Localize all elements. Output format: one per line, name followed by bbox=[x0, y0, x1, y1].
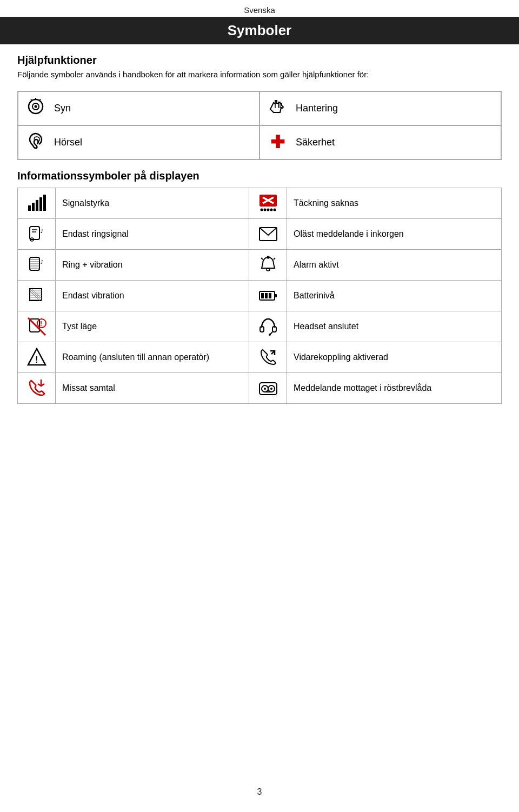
table-row: ♪ Endast ringsignal Oläst meddelande i i… bbox=[18, 218, 502, 249]
symbol-table: Signalstyrka bbox=[17, 188, 502, 404]
no-coverage-icon bbox=[256, 194, 280, 213]
svg-text:!: ! bbox=[40, 320, 42, 328]
page-language: Svenska bbox=[0, 0, 519, 17]
svg-point-18 bbox=[263, 208, 266, 211]
tyst-lage-label: Tyst läge bbox=[56, 311, 249, 342]
svg-rect-9 bbox=[28, 205, 31, 211]
section1-description: Följande symboler används i handboken fö… bbox=[17, 69, 502, 81]
svg-line-38 bbox=[261, 258, 263, 259]
call-forward-icon bbox=[256, 348, 280, 367]
section1-title: Hjälpfunktioner bbox=[17, 54, 502, 66]
missat-samtal-label: Missat samtal bbox=[56, 372, 249, 403]
svg-text:♪: ♪ bbox=[40, 257, 44, 265]
battery-icon bbox=[256, 286, 280, 305]
helper-sakerhet: ✚ Säkerhet bbox=[260, 125, 501, 159]
voicemail-icon bbox=[256, 378, 280, 398]
svg-rect-11 bbox=[36, 200, 38, 211]
svg-line-60 bbox=[270, 332, 272, 334]
table-row: ! Roaming (ansluten till annan operatör) bbox=[18, 342, 502, 372]
svg-point-69 bbox=[264, 388, 266, 390]
svg-text:♪: ♪ bbox=[40, 226, 44, 235]
alarm-aktivt-label: Alarm aktivt bbox=[287, 249, 502, 280]
svg-line-48 bbox=[32, 289, 42, 298]
table-row: ! Tyst läge bbox=[18, 311, 502, 342]
svg-point-17 bbox=[260, 208, 263, 211]
vidarekoppling-label: Vidarekoppling aktiverad bbox=[287, 342, 502, 372]
silent-mode-icon: ! bbox=[24, 317, 49, 336]
helper-syn: Syn bbox=[18, 91, 260, 125]
svg-line-46 bbox=[30, 289, 42, 301]
svg-point-20 bbox=[270, 208, 272, 211]
svg-rect-12 bbox=[39, 197, 42, 211]
roaming-icon: ! bbox=[24, 348, 49, 367]
rostbrevlada-label: Meddelande mottaget i röstbrevlåda bbox=[287, 372, 502, 403]
svg-point-19 bbox=[267, 208, 269, 211]
table-row: Missat samtal bbox=[18, 372, 502, 403]
svg-rect-53 bbox=[269, 293, 271, 298]
alarm-icon bbox=[256, 255, 280, 275]
svg-rect-10 bbox=[32, 203, 35, 211]
page-number: 3 bbox=[0, 787, 519, 797]
svg-rect-22 bbox=[30, 227, 39, 239]
helper-hantering-label: Hantering bbox=[296, 103, 338, 114]
signalstyrka-label: Signalstyrka bbox=[56, 188, 249, 218]
plus-icon: ✚ bbox=[268, 132, 287, 152]
ring-only-icon: ♪ bbox=[24, 224, 49, 244]
helper-syn-label: Syn bbox=[54, 103, 71, 114]
eye-icon bbox=[26, 97, 45, 119]
table-row: ♪ Ring + vibration bbox=[18, 249, 502, 280]
svg-point-70 bbox=[270, 388, 272, 390]
helper-horsel: Hörsel bbox=[18, 125, 260, 159]
hand-icon bbox=[268, 97, 287, 119]
endast-vibration-label: Endast vibration bbox=[56, 280, 249, 311]
svg-line-39 bbox=[274, 258, 275, 259]
missed-call-icon bbox=[24, 378, 49, 398]
batteriniva-label: Batterinivå bbox=[287, 280, 502, 311]
headset-anslutet-label: Headset anslutet bbox=[287, 311, 502, 342]
hearing-icon bbox=[26, 131, 45, 154]
section2-title: Informationssymboler på displayen bbox=[17, 170, 502, 182]
table-row: Endast vibration Batt bbox=[18, 280, 502, 311]
unread-message-icon bbox=[256, 224, 280, 244]
svg-line-4 bbox=[31, 99, 32, 101]
svg-point-21 bbox=[273, 208, 276, 211]
svg-rect-50 bbox=[275, 294, 277, 297]
page-title: Symboler bbox=[0, 17, 519, 44]
svg-point-36 bbox=[267, 269, 270, 271]
signal-strength-icon bbox=[24, 194, 49, 213]
ring-vibration-label: Ring + vibration bbox=[56, 249, 249, 280]
helper-grid: Syn Hantering bbox=[17, 91, 502, 160]
svg-line-5 bbox=[39, 99, 41, 101]
svg-point-2 bbox=[35, 105, 37, 108]
helper-horsel-label: Hörsel bbox=[54, 137, 82, 148]
headset-icon bbox=[256, 317, 280, 336]
vibration-only-icon bbox=[24, 286, 49, 305]
svg-line-47 bbox=[30, 291, 39, 301]
svg-point-61 bbox=[269, 334, 271, 336]
svg-rect-52 bbox=[265, 293, 268, 298]
table-row: Signalstyrka bbox=[18, 188, 502, 218]
svg-rect-13 bbox=[43, 195, 46, 211]
ring-vibration-icon: ♪ bbox=[24, 255, 49, 275]
tackning-saknas-label: Täckning saknas bbox=[287, 188, 502, 218]
olast-meddelande-label: Oläst meddelande i inkorgen bbox=[287, 218, 502, 249]
svg-rect-51 bbox=[261, 293, 264, 298]
helper-hantering: Hantering bbox=[260, 91, 501, 125]
roaming-label: Roaming (ansluten till annan operatör) bbox=[56, 342, 249, 372]
helper-sakerhet-label: Säkerhet bbox=[296, 137, 335, 148]
endast-ringsignal-label: Endast ringsignal bbox=[56, 218, 249, 249]
svg-line-55 bbox=[28, 318, 45, 335]
svg-text:!: ! bbox=[35, 355, 38, 364]
